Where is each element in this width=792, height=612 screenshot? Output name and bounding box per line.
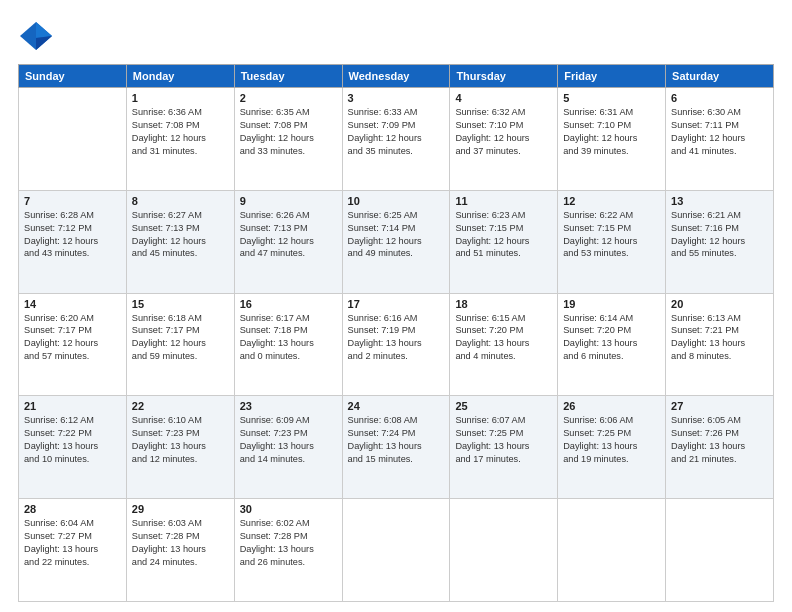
day-number: 15 <box>132 298 229 310</box>
day-info: Sunrise: 6:23 AM Sunset: 7:15 PM Dayligh… <box>455 209 552 261</box>
day-cell <box>342 499 450 602</box>
day-cell: 5Sunrise: 6:31 AM Sunset: 7:10 PM Daylig… <box>558 88 666 191</box>
day-info: Sunrise: 6:31 AM Sunset: 7:10 PM Dayligh… <box>563 106 660 158</box>
day-number: 21 <box>24 400 121 412</box>
day-cell: 19Sunrise: 6:14 AM Sunset: 7:20 PM Dayli… <box>558 293 666 396</box>
day-info: Sunrise: 6:16 AM Sunset: 7:19 PM Dayligh… <box>348 312 445 364</box>
weekday-header-thursday: Thursday <box>450 65 558 88</box>
svg-marker-2 <box>36 36 52 50</box>
day-cell: 6Sunrise: 6:30 AM Sunset: 7:11 PM Daylig… <box>666 88 774 191</box>
logo <box>18 18 58 54</box>
day-info: Sunrise: 6:08 AM Sunset: 7:24 PM Dayligh… <box>348 414 445 466</box>
day-cell <box>558 499 666 602</box>
day-cell: 9Sunrise: 6:26 AM Sunset: 7:13 PM Daylig… <box>234 190 342 293</box>
svg-marker-1 <box>36 22 52 38</box>
day-number: 5 <box>563 92 660 104</box>
weekday-header-friday: Friday <box>558 65 666 88</box>
day-info: Sunrise: 6:30 AM Sunset: 7:11 PM Dayligh… <box>671 106 768 158</box>
day-info: Sunrise: 6:27 AM Sunset: 7:13 PM Dayligh… <box>132 209 229 261</box>
day-cell: 27Sunrise: 6:05 AM Sunset: 7:26 PM Dayli… <box>666 396 774 499</box>
day-number: 12 <box>563 195 660 207</box>
day-cell: 17Sunrise: 6:16 AM Sunset: 7:19 PM Dayli… <box>342 293 450 396</box>
day-cell <box>666 499 774 602</box>
day-cell: 13Sunrise: 6:21 AM Sunset: 7:16 PM Dayli… <box>666 190 774 293</box>
day-cell: 26Sunrise: 6:06 AM Sunset: 7:25 PM Dayli… <box>558 396 666 499</box>
day-info: Sunrise: 6:15 AM Sunset: 7:20 PM Dayligh… <box>455 312 552 364</box>
day-cell: 23Sunrise: 6:09 AM Sunset: 7:23 PM Dayli… <box>234 396 342 499</box>
day-info: Sunrise: 6:35 AM Sunset: 7:08 PM Dayligh… <box>240 106 337 158</box>
day-info: Sunrise: 6:06 AM Sunset: 7:25 PM Dayligh… <box>563 414 660 466</box>
day-number: 8 <box>132 195 229 207</box>
day-cell: 14Sunrise: 6:20 AM Sunset: 7:17 PM Dayli… <box>19 293 127 396</box>
day-number: 9 <box>240 195 337 207</box>
day-cell: 24Sunrise: 6:08 AM Sunset: 7:24 PM Dayli… <box>342 396 450 499</box>
day-number: 18 <box>455 298 552 310</box>
day-cell: 12Sunrise: 6:22 AM Sunset: 7:15 PM Dayli… <box>558 190 666 293</box>
day-number: 2 <box>240 92 337 104</box>
day-number: 11 <box>455 195 552 207</box>
week-row-0: 1Sunrise: 6:36 AM Sunset: 7:08 PM Daylig… <box>19 88 774 191</box>
day-cell: 20Sunrise: 6:13 AM Sunset: 7:21 PM Dayli… <box>666 293 774 396</box>
day-cell: 25Sunrise: 6:07 AM Sunset: 7:25 PM Dayli… <box>450 396 558 499</box>
day-number: 17 <box>348 298 445 310</box>
day-info: Sunrise: 6:22 AM Sunset: 7:15 PM Dayligh… <box>563 209 660 261</box>
day-info: Sunrise: 6:09 AM Sunset: 7:23 PM Dayligh… <box>240 414 337 466</box>
header <box>18 18 774 54</box>
day-number: 24 <box>348 400 445 412</box>
day-cell: 3Sunrise: 6:33 AM Sunset: 7:09 PM Daylig… <box>342 88 450 191</box>
day-info: Sunrise: 6:18 AM Sunset: 7:17 PM Dayligh… <box>132 312 229 364</box>
day-number: 6 <box>671 92 768 104</box>
day-number: 30 <box>240 503 337 515</box>
day-number: 1 <box>132 92 229 104</box>
day-info: Sunrise: 6:33 AM Sunset: 7:09 PM Dayligh… <box>348 106 445 158</box>
day-cell: 4Sunrise: 6:32 AM Sunset: 7:10 PM Daylig… <box>450 88 558 191</box>
day-info: Sunrise: 6:17 AM Sunset: 7:18 PM Dayligh… <box>240 312 337 364</box>
day-info: Sunrise: 6:02 AM Sunset: 7:28 PM Dayligh… <box>240 517 337 569</box>
day-cell: 29Sunrise: 6:03 AM Sunset: 7:28 PM Dayli… <box>126 499 234 602</box>
day-info: Sunrise: 6:20 AM Sunset: 7:17 PM Dayligh… <box>24 312 121 364</box>
day-cell: 1Sunrise: 6:36 AM Sunset: 7:08 PM Daylig… <box>126 88 234 191</box>
day-number: 22 <box>132 400 229 412</box>
week-row-2: 14Sunrise: 6:20 AM Sunset: 7:17 PM Dayli… <box>19 293 774 396</box>
day-number: 3 <box>348 92 445 104</box>
day-cell: 30Sunrise: 6:02 AM Sunset: 7:28 PM Dayli… <box>234 499 342 602</box>
day-cell: 10Sunrise: 6:25 AM Sunset: 7:14 PM Dayli… <box>342 190 450 293</box>
day-number: 19 <box>563 298 660 310</box>
day-cell: 16Sunrise: 6:17 AM Sunset: 7:18 PM Dayli… <box>234 293 342 396</box>
day-cell: 28Sunrise: 6:04 AM Sunset: 7:27 PM Dayli… <box>19 499 127 602</box>
day-cell: 11Sunrise: 6:23 AM Sunset: 7:15 PM Dayli… <box>450 190 558 293</box>
day-number: 10 <box>348 195 445 207</box>
weekday-header-monday: Monday <box>126 65 234 88</box>
day-info: Sunrise: 6:13 AM Sunset: 7:21 PM Dayligh… <box>671 312 768 364</box>
logo-icon <box>18 18 54 54</box>
day-number: 28 <box>24 503 121 515</box>
day-number: 14 <box>24 298 121 310</box>
day-info: Sunrise: 6:14 AM Sunset: 7:20 PM Dayligh… <box>563 312 660 364</box>
week-row-4: 28Sunrise: 6:04 AM Sunset: 7:27 PM Dayli… <box>19 499 774 602</box>
day-number: 26 <box>563 400 660 412</box>
day-number: 4 <box>455 92 552 104</box>
day-info: Sunrise: 6:12 AM Sunset: 7:22 PM Dayligh… <box>24 414 121 466</box>
day-cell <box>19 88 127 191</box>
calendar-table: SundayMondayTuesdayWednesdayThursdayFrid… <box>18 64 774 602</box>
weekday-header-row: SundayMondayTuesdayWednesdayThursdayFrid… <box>19 65 774 88</box>
day-info: Sunrise: 6:36 AM Sunset: 7:08 PM Dayligh… <box>132 106 229 158</box>
day-cell: 8Sunrise: 6:27 AM Sunset: 7:13 PM Daylig… <box>126 190 234 293</box>
day-number: 7 <box>24 195 121 207</box>
day-info: Sunrise: 6:32 AM Sunset: 7:10 PM Dayligh… <box>455 106 552 158</box>
day-number: 16 <box>240 298 337 310</box>
day-info: Sunrise: 6:05 AM Sunset: 7:26 PM Dayligh… <box>671 414 768 466</box>
week-row-1: 7Sunrise: 6:28 AM Sunset: 7:12 PM Daylig… <box>19 190 774 293</box>
day-info: Sunrise: 6:26 AM Sunset: 7:13 PM Dayligh… <box>240 209 337 261</box>
weekday-header-sunday: Sunday <box>19 65 127 88</box>
week-row-3: 21Sunrise: 6:12 AM Sunset: 7:22 PM Dayli… <box>19 396 774 499</box>
weekday-header-saturday: Saturday <box>666 65 774 88</box>
day-info: Sunrise: 6:25 AM Sunset: 7:14 PM Dayligh… <box>348 209 445 261</box>
day-cell: 15Sunrise: 6:18 AM Sunset: 7:17 PM Dayli… <box>126 293 234 396</box>
day-info: Sunrise: 6:03 AM Sunset: 7:28 PM Dayligh… <box>132 517 229 569</box>
day-number: 27 <box>671 400 768 412</box>
day-number: 13 <box>671 195 768 207</box>
day-number: 25 <box>455 400 552 412</box>
day-info: Sunrise: 6:28 AM Sunset: 7:12 PM Dayligh… <box>24 209 121 261</box>
page: SundayMondayTuesdayWednesdayThursdayFrid… <box>0 0 792 612</box>
